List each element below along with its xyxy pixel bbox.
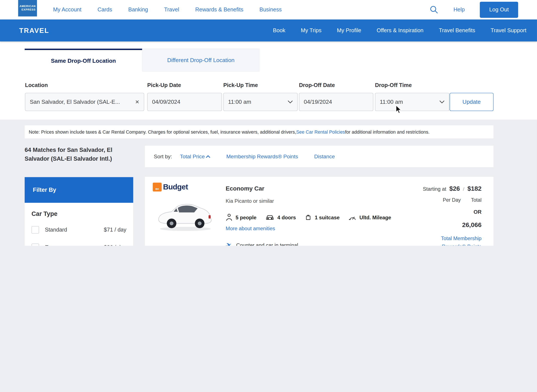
terminal-text: Counter and car in terminal — [236, 242, 298, 246]
top-nav: My Account Cards Banking Travel Rewards … — [53, 6, 282, 13]
note-prefix: Note: Prices shown include taxes & Car R… — [29, 129, 296, 135]
travel-nav-my-trips[interactable]: My Trips — [301, 28, 321, 34]
amex-logo-line1: AMERICAN — [19, 5, 36, 8]
amenity-people: 5 people — [226, 214, 256, 221]
dropoff-date-input[interactable]: 04/19/2024 — [299, 93, 373, 111]
travel-nav-benefits[interactable]: Travel Benefits — [439, 28, 475, 34]
per-day-price: $26 — [449, 185, 460, 192]
suitcase-icon — [305, 214, 312, 221]
amenity-mileage: Ultd. Mileage — [348, 214, 391, 220]
amex-travel-page: AMERICAN EXPRESS My Account Cards Bankin… — [0, 0, 537, 246]
travel-nav-offers[interactable]: Offers & Inspiration — [377, 28, 423, 34]
travel-nav: Book My Trips My Profile Offers & Inspir… — [273, 28, 527, 34]
chevron-down-icon — [288, 100, 293, 103]
mouse-cursor — [395, 105, 402, 114]
total-label: Total — [471, 197, 481, 203]
sort-by-label: Sort by: — [154, 153, 172, 160]
price-column: Starting at $26 / $182 Per Day Total OR … — [399, 185, 481, 246]
dropoff-time-value: 11:00 am — [380, 98, 403, 105]
nav-my-account[interactable]: My Account — [53, 6, 81, 13]
starting-at-label: Starting at — [423, 186, 446, 192]
airplane-icon: ✈ — [224, 241, 233, 246]
amenity-label: 1 suitcase — [315, 214, 340, 220]
note-suffix: for additional information and restricti… — [345, 129, 430, 135]
amenity-label: 4 doors — [278, 214, 296, 220]
price-sublabels: Per Day Total — [399, 197, 481, 203]
nav-rewards-benefits[interactable]: Rewards & Benefits — [195, 6, 243, 13]
results-column: Sort by: Total Price Membership Rewards®… — [145, 146, 494, 246]
top-bar: AMERICAN EXPRESS My Account Cards Bankin… — [0, 0, 537, 19]
travel-nav-my-profile[interactable]: My Profile — [337, 28, 361, 34]
car-icon — [265, 214, 274, 221]
filter-row-standard: Standard $71 / day — [32, 221, 126, 239]
filter-price: $71 / day — [104, 227, 126, 233]
car-photo — [154, 197, 216, 233]
nav-travel[interactable]: Travel — [164, 6, 179, 13]
travel-nav-book[interactable]: Book — [273, 28, 285, 34]
top-bar-right: Help Log Out — [429, 1, 518, 18]
matches-heading: 64 Matches for San Salvador, El Salvador… — [25, 146, 128, 163]
clear-location-icon[interactable]: ✕ — [135, 99, 139, 105]
tab-same-dropoff[interactable]: Same Drop-Off Location — [25, 49, 142, 71]
checkbox-standard[interactable] — [32, 226, 39, 233]
person-icon — [226, 214, 232, 221]
filter-body: Car Type Standard $71 / day Economy $26 … — [25, 203, 133, 246]
search-panel: Same Drop-Off Location Different Drop-Of… — [0, 42, 537, 120]
more-about-amenities-link[interactable]: More about amenities — [226, 225, 275, 231]
pickup-time-select[interactable]: 11:00 am — [223, 93, 298, 111]
membership-points-link[interactable]: Total Membership Rewards® Points — [436, 234, 481, 246]
pickup-date-label: Pick-Up Date — [147, 82, 181, 89]
log-out-button[interactable]: Log Out — [480, 1, 518, 18]
gauge-icon — [348, 214, 356, 220]
location-label: Location — [25, 82, 48, 89]
amex-logo[interactable]: AMERICAN EXPRESS — [18, 0, 37, 17]
per-day-label: Per Day — [443, 197, 461, 203]
amenity-label: 5 people — [236, 214, 256, 220]
dropoff-tabs: Same Drop-Off Location Different Drop-Of… — [25, 49, 259, 71]
pickup-time-label: Pick-Up Time — [223, 82, 258, 89]
car-result-card: BH Budget Economy Car — [145, 177, 494, 246]
pickup-time-value: 11:00 am — [228, 98, 251, 105]
help-link[interactable]: Help — [454, 6, 465, 13]
filter-price: $26 / day — [104, 244, 126, 246]
dropoff-time-select[interactable]: 11:00 am — [375, 93, 449, 111]
search-icon[interactable] — [429, 5, 438, 14]
slash: / — [463, 187, 464, 192]
nav-business[interactable]: Business — [259, 6, 282, 13]
travel-nav-support[interactable]: Travel Support — [491, 28, 526, 34]
filter-panel: Filter By Car Type Standard $71 / day Ec… — [25, 177, 133, 246]
sort-distance[interactable]: Distance — [314, 153, 335, 160]
dropoff-time-label: Drop-Off Time — [375, 82, 412, 89]
car-rental-policies-link[interactable]: See Car Rental Policies — [296, 129, 345, 135]
travel-brand: TRAVEL — [19, 27, 49, 35]
nav-cards[interactable]: Cards — [97, 6, 112, 13]
tab-different-dropoff[interactable]: Different Drop-Off Location — [142, 49, 259, 71]
filter-by-header: Filter By — [25, 177, 133, 203]
pricing-note: Note: Prices shown include taxes & Car R… — [25, 126, 494, 139]
checkbox-economy[interactable] — [32, 244, 39, 246]
price-line: Starting at $26 / $182 — [399, 185, 481, 192]
chevron-down-icon — [439, 100, 444, 103]
sort-total-price-label: Total Price — [180, 153, 205, 160]
car-type-heading: Car Type — [32, 210, 126, 217]
pickup-date-input[interactable]: 04/09/2024 — [147, 93, 222, 111]
update-button[interactable]: Update — [450, 93, 493, 111]
vendor-name: Budget — [163, 182, 188, 191]
total-price: $182 — [468, 185, 481, 192]
sort-total-price[interactable]: Total Price — [180, 153, 210, 160]
filter-row-economy: Economy $26 / day — [32, 239, 126, 246]
left-column: 64 Matches for San Salvador, El Salvador… — [25, 146, 133, 246]
pickup-date-value: 04/09/2024 — [152, 98, 180, 105]
filter-label: Economy — [45, 244, 68, 246]
travel-bar: TRAVEL Book My Trips My Profile Offers &… — [0, 19, 537, 42]
points-value: 26,066 — [399, 221, 481, 229]
or-label: OR — [399, 209, 481, 215]
budget-badge: BH — [153, 182, 162, 191]
sort-rewards-points[interactable]: Membership Rewards® Points — [226, 153, 298, 160]
location-value: San Salvador, El Salvador (SAL-E... — [30, 98, 120, 105]
dropoff-date-value: 04/19/2024 — [304, 98, 332, 105]
dropoff-date-label: Drop-Off Date — [299, 82, 335, 89]
nav-banking[interactable]: Banking — [128, 6, 148, 13]
sort-bar: Sort by: Total Price Membership Rewards®… — [145, 146, 494, 167]
location-input[interactable]: San Salvador, El Salvador (SAL-E... ✕ — [25, 93, 144, 111]
